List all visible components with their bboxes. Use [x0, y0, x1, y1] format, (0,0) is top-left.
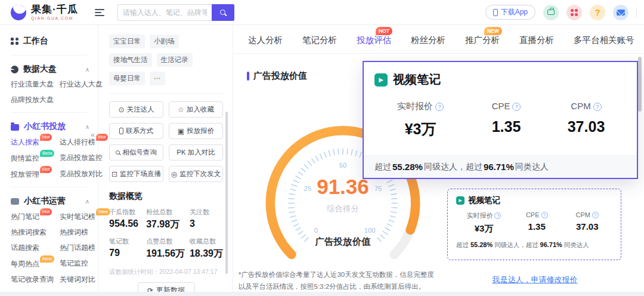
metric-cpm: CPM? 37.03 — [546, 101, 626, 139]
monitor-live-button[interactable]: ⊡监控下场直播 — [109, 166, 163, 182]
magnifier-icon — [116, 150, 120, 155]
tab-fans-analysis[interactable]: 粉丝分析 — [411, 35, 445, 46]
panel-scrollbar[interactable] — [225, 112, 228, 274]
sidebar-link[interactable]: 热搜词榜 — [60, 227, 110, 238]
bulb-icon: ◎ — [171, 171, 177, 178]
toolbox-button[interactable] — [543, 5, 559, 20]
sidebar-link[interactable]: 达人排行榜Hot — [60, 137, 108, 147]
help-icon[interactable]: ? — [435, 103, 444, 111]
sidebar-link[interactable]: 笔记监控 — [60, 258, 110, 269]
header-divider — [636, 8, 637, 17]
help-icon[interactable]: ? — [593, 103, 602, 111]
tab-note-analysis[interactable]: 笔记分析 — [302, 35, 337, 46]
sidebar-link[interactable]: 竞品投放对比 — [60, 169, 108, 180]
search-box — [117, 4, 234, 21]
sidebar-section-xhs-operation[interactable]: 小红书运营 ∧ — [11, 192, 98, 210]
quote-button[interactable]: ▣投放报价 — [169, 123, 223, 139]
pk-compare-button[interactable]: PK 加入对比 — [169, 144, 223, 161]
sidebar-collapse-handle[interactable]: « — [91, 130, 95, 139]
tab-promotion-analysis[interactable]: 推广分析NEW — [465, 35, 500, 46]
tag[interactable]: 生活记录 — [157, 53, 193, 67]
card-icon: ▣ — [178, 128, 184, 135]
hot-badge: HOT — [376, 27, 392, 35]
gauge-tick-label: 100 — [364, 227, 376, 234]
target-icon: ⊙ — [118, 106, 124, 113]
apps-button[interactable] — [566, 5, 582, 20]
sidebar-link[interactable]: 热门笔记Hot — [11, 211, 54, 222]
footnote: *广告投放价值综合考量了达人近30天发文互动数据，信息完整度以及平台活跃情况，按… — [239, 269, 436, 292]
messages-button[interactable] — [613, 5, 628, 20]
divider — [109, 93, 223, 94]
sidebar-link[interactable]: 每周热点New — [11, 258, 54, 269]
edit-quote-link[interactable]: 我是达人，申请修改报价 — [448, 275, 621, 285]
bottom-strip — [0, 292, 644, 296]
sidebar-link[interactable]: 品牌投放大盘 — [11, 95, 54, 105]
folder-icon — [11, 124, 19, 131]
tab-live-analysis[interactable]: 直播分析 — [519, 35, 554, 46]
stat-likes: 点赞总数191.56万 — [146, 237, 186, 260]
section-title: 广告投放价值 — [247, 70, 307, 82]
tag-more[interactable]: ⋯ — [150, 72, 165, 85]
chevron-up-icon[interactable]: ∧ — [85, 198, 89, 205]
sidebar-link[interactable]: 实时笔记榜New — [60, 211, 110, 222]
chat-bubble-icon — [11, 198, 19, 205]
help-button[interactable]: ? — [590, 5, 605, 20]
main-scrollbar[interactable] — [638, 57, 642, 112]
menu-toggle-icon[interactable] — [95, 9, 104, 16]
stat-qiangua-index: 千瓜指数954.56 — [109, 208, 143, 231]
tab-multi-platform-accounts[interactable]: 多平台相关账号 — [574, 35, 634, 46]
divider — [11, 112, 87, 113]
gauge-tick-label: 75 — [374, 185, 382, 192]
monitor-post-button[interactable]: ◎监控下次发文 — [169, 166, 223, 182]
help-icon[interactable]: ? — [512, 103, 521, 111]
chevron-up-icon[interactable]: ∧ — [85, 124, 89, 130]
download-app-button[interactable]: 下载App — [485, 5, 535, 20]
chevron-up-icon[interactable]: ∧ — [85, 66, 89, 73]
sidebar-link[interactable]: 投放管理Hot — [11, 169, 54, 180]
mobile-icon — [493, 9, 498, 16]
logo-icon — [11, 5, 26, 20]
sidebar-section-data-board[interactable]: 数据大盘 ∧ — [11, 60, 98, 78]
help-icon[interactable]: ? — [592, 212, 599, 218]
stats-timestamp: 该数据统计时间：2022-04-07 13:47:17 — [109, 268, 223, 276]
sidebar-link[interactable]: 热搜词搜索 — [11, 227, 54, 238]
follow-button[interactable]: ⊙关注达人 — [109, 101, 163, 118]
tag[interactable]: 母婴日常 — [109, 72, 145, 85]
help-icon[interactable]: ? — [494, 212, 501, 219]
sidebar-link-active[interactable]: 达人搜索Hot — [11, 137, 54, 147]
search-button[interactable] — [212, 4, 234, 21]
help-icon[interactable]: ? — [541, 212, 548, 218]
similar-account-button[interactable]: 相似号查询 — [109, 144, 163, 161]
tab-daren-analysis[interactable]: 达人分析 — [248, 35, 283, 46]
compare-line: 超过 55.28% 同级达人，超过 96.71% 同类达人 — [456, 241, 612, 249]
hot-badge: Hot — [96, 134, 108, 141]
logo-subtitle: QIAN-GUA.COM — [31, 16, 78, 20]
video-note-card[interactable]: ▶ 视频笔记 实时报价? ¥3万 CPE? 1.35 CPM? 37.03 超过… — [447, 189, 621, 260]
favorite-button[interactable]: ☆加入收藏 — [169, 101, 223, 118]
tab-placement-evaluation[interactable]: 投放评估HOT — [357, 35, 391, 46]
profile-panel: 宝宝日常 小剧场 接地气生活 生活记录 母婴日常 ⋯ ⊙关注达人 ☆加入收藏 联… — [98, 25, 233, 292]
sidebar-item-workbench[interactable]: 工作台 — [11, 32, 98, 50]
sidebar-link[interactable]: 舆情监控Beta — [11, 153, 54, 164]
sidebar-link[interactable]: 竞品投放监控 — [60, 153, 108, 164]
tag[interactable]: 接地气生活 — [109, 53, 152, 67]
qiangua-dashboard: 果集·千瓜 QIAN-GUA.COM 下载App ? — [0, 0, 644, 296]
sidebar-link[interactable]: 行业达人大盘 — [60, 79, 103, 90]
phone-icon — [119, 128, 123, 134]
logo[interactable]: 果集·千瓜 QIAN-GUA.COM — [11, 4, 78, 20]
sidebar-link[interactable]: 话题搜索 — [11, 243, 54, 253]
gauge-title: 广告投放价值 — [315, 236, 371, 247]
tag[interactable]: 小剧场 — [150, 35, 179, 48]
tag[interactable]: 宝宝日常 — [109, 35, 145, 48]
briefcase-icon — [547, 10, 555, 15]
sidebar-link[interactable]: 笔记收录查询 — [11, 275, 54, 285]
search-icon — [220, 10, 225, 15]
new-badge: New — [40, 255, 54, 263]
sidebar-link[interactable]: 关键词对比 — [60, 275, 110, 285]
sidebar-link[interactable]: 热门话题榜 — [60, 243, 110, 253]
sidebar-link[interactable]: 行业流量大盘 — [11, 79, 54, 90]
sidebar-section-xhs-marketing[interactable]: 小红书投放 ∧ — [11, 118, 98, 135]
contact-button[interactable]: 联系方式 — [109, 123, 163, 139]
star-icon: ☆ — [178, 106, 184, 113]
search-input[interactable] — [117, 4, 212, 21]
